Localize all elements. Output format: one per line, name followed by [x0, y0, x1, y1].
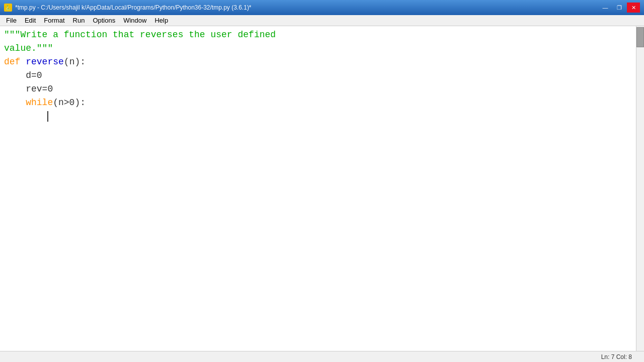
menu-run[interactable]: Run — [69, 15, 89, 26]
code-line-2: value.""" — [4, 42, 634, 55]
scrollbar-thumb[interactable] — [636, 27, 644, 47]
status-bar: Ln: 7 Col: 8 — [0, 351, 644, 362]
docstring-line2: value.""" — [4, 42, 53, 55]
menu-window[interactable]: Window — [119, 15, 150, 26]
window-title: *tmp.py - C:/Users/shajil k/AppData/Loca… — [15, 4, 252, 11]
menu-options[interactable]: Options — [89, 15, 119, 26]
docstring-line1: """Write a function that reverses the us… — [4, 28, 276, 42]
code-line-7 — [4, 110, 634, 123]
restore-button[interactable]: ❐ — [613, 3, 626, 13]
code-line-3: def reverse (n): — [4, 55, 634, 69]
cursor-position: Ln: 7 Col: 8 — [601, 353, 632, 360]
title-bar-controls[interactable]: — ❐ ✕ — [599, 3, 640, 13]
code-indent — [4, 110, 47, 123]
keyword-def: def — [4, 55, 20, 69]
keyword-while: while — [4, 96, 53, 110]
func-args: (n): — [64, 55, 86, 69]
minimize-button[interactable]: — — [599, 3, 612, 13]
code-d-eq-0: d=0 — [4, 69, 42, 82]
code-line-5: rev=0 — [4, 82, 634, 96]
close-button[interactable]: ✕ — [627, 3, 640, 13]
code-area[interactable]: """Write a function that reverses the us… — [0, 26, 644, 351]
menu-help[interactable]: Help — [150, 15, 172, 26]
while-condition: (n>0): — [53, 96, 86, 110]
app-icon: 🐍 — [4, 4, 12, 12]
code-rev-eq-0: rev=0 — [4, 82, 53, 96]
text-cursor — [47, 111, 48, 122]
menu-edit[interactable]: Edit — [21, 15, 40, 26]
menu-file[interactable]: File — [2, 15, 21, 26]
editor-container[interactable]: """Write a function that reverses the us… — [0, 26, 644, 351]
code-line-6: while (n>0): — [4, 96, 634, 110]
code-line-1: """Write a function that reverses the us… — [4, 28, 634, 42]
space-after-def — [20, 55, 26, 69]
func-name: reverse — [26, 55, 64, 69]
menu-format[interactable]: Format — [40, 15, 68, 26]
title-bar-left: 🐍 *tmp.py - C:/Users/shajil k/AppData/Lo… — [4, 4, 252, 12]
code-line-4: d=0 — [4, 69, 634, 82]
menu-bar: File Edit Format Run Options Window Help — [0, 15, 644, 26]
title-bar: 🐍 *tmp.py - C:/Users/shajil k/AppData/Lo… — [0, 0, 644, 15]
scrollbar-right[interactable] — [636, 26, 644, 351]
